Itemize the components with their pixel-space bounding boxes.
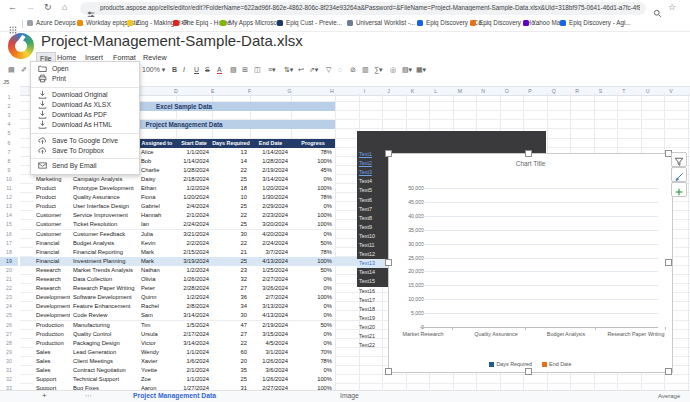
table-cell[interactable]: 3/20/2024 <box>250 220 291 229</box>
table-cell[interactable]: 22 <box>212 211 250 220</box>
wrap-text-icon[interactable]: ↩ <box>298 66 304 74</box>
sum-icon[interactable]: ∑▾ <box>374 66 383 74</box>
table-cell[interactable]: 4/13/2024 <box>250 311 291 320</box>
table-cell[interactable]: Data Collection <box>70 275 138 284</box>
table-cell[interactable]: Alice <box>138 148 176 157</box>
table-cell[interactable]: 2/2/2024 <box>176 239 212 248</box>
table-cell[interactable]: Sam <box>138 311 176 320</box>
table-cell[interactable]: 1/26/2024 <box>250 375 291 384</box>
column-header-V[interactable]: V <box>669 88 672 94</box>
table-cell[interactable]: 3/14/2024 <box>250 175 291 184</box>
row-header-20[interactable]: 20 <box>0 266 18 275</box>
table-cell[interactable]: Market Trends Analysis <box>70 266 138 275</box>
row-header-29[interactable]: 29 <box>0 348 18 357</box>
table-cell[interactable]: Bob <box>138 157 176 166</box>
row-header-10[interactable]: 10 <box>0 175 18 184</box>
table-cell[interactable]: 100% <box>291 257 335 266</box>
chart-selection-handle[interactable] <box>665 259 672 266</box>
table-cell[interactable]: Zoe <box>138 375 176 384</box>
table-cell[interactable]: Kevin <box>138 239 176 248</box>
table-cell[interactable]: Feature Enhancement <box>70 302 138 311</box>
bookmark-star-icon[interactable]: ☆ <box>668 2 676 12</box>
row-header-31[interactable]: 31 <box>0 366 18 375</box>
row-header-19[interactable]: 19 <box>0 257 18 266</box>
chart-selection-handle[interactable] <box>525 150 532 157</box>
table-cell[interactable]: Lead Generation <box>70 348 138 357</box>
table-cell[interactable]: 25 <box>212 257 250 266</box>
table-cell[interactable]: Production <box>33 321 70 330</box>
clear-icon[interactable]: ⊘ <box>350 66 356 74</box>
table-cell[interactable]: Support <box>33 375 70 384</box>
sheet-tab-2[interactable]: Image <box>340 392 359 399</box>
table-cell[interactable]: 3/14/2024 <box>176 339 212 348</box>
column-header-O[interactable]: O <box>505 88 509 94</box>
row-header-12[interactable]: 12 <box>0 193 18 202</box>
table-cell[interactable]: 0% <box>291 230 335 239</box>
table-cell[interactable]: 78% <box>291 357 335 366</box>
row-header-24[interactable]: 24 <box>0 302 18 311</box>
table-cell[interactable]: Financial <box>33 248 70 257</box>
chart-selection-handle[interactable] <box>525 368 532 375</box>
column-header-P[interactable]: P <box>528 88 531 94</box>
table-cell[interactable]: 2/1/2024 <box>176 211 212 220</box>
file-menu-item[interactable]: Save To Dropbox <box>31 146 139 156</box>
back-icon[interactable]: ← <box>8 2 17 12</box>
row-header-1[interactable]: 1 <box>0 93 18 102</box>
table-cell[interactable]: User Interface Design <box>70 202 138 211</box>
table-cell[interactable]: Research <box>33 284 70 293</box>
table-cell[interactable]: 2/23/2024 <box>250 211 291 220</box>
align-vertical-icon[interactable]: ⇅▾ <box>284 66 293 74</box>
table-cell[interactable]: 50% <box>291 239 335 248</box>
table-cell[interactable]: 3/6/2024 <box>250 366 291 375</box>
table-cell[interactable]: 14 <box>212 157 250 166</box>
name-box[interactable]: J5 <box>3 79 9 85</box>
chart-selection-handle[interactable] <box>665 368 672 375</box>
table-cell[interactable]: 20 <box>212 357 250 366</box>
column-header-Q[interactable]: Q <box>552 88 556 94</box>
table-cell[interactable]: Mark <box>138 248 176 257</box>
table-cell[interactable]: 1/26/2024 <box>176 275 212 284</box>
number-format-icon[interactable]: ◎ <box>390 66 396 74</box>
table-cell[interactable]: Ethan <box>138 184 176 193</box>
table-cell[interactable]: 1/2/2024 <box>176 293 212 302</box>
table-cell[interactable]: 1/14/2024 <box>176 157 212 166</box>
table-cell[interactable]: 3/15/2024 <box>250 330 291 339</box>
format-painter-icon[interactable]: ✐ <box>21 66 27 74</box>
forward-icon[interactable]: → <box>26 2 35 12</box>
table-cell[interactable]: 22 <box>212 339 250 348</box>
chart-title[interactable]: Chart Title <box>389 160 672 167</box>
table-cell[interactable]: 3/1/2024 <box>250 348 291 357</box>
file-menu-item[interactable]: Open <box>31 64 139 74</box>
table-cell[interactable]: Financial <box>33 239 70 248</box>
zoom-select[interactable]: 100% ▾ <box>142 66 165 74</box>
strikethrough-button[interactable]: S <box>205 66 210 73</box>
table-cell[interactable]: 0% <box>291 202 335 211</box>
table-cell[interactable]: Sales <box>33 348 70 357</box>
file-menu-item[interactable]: Save To Google Drive <box>31 136 139 146</box>
column-header-T[interactable]: T <box>622 88 625 94</box>
table-cell[interactable]: 2/4/2024 <box>176 202 212 211</box>
row-header-28[interactable]: 28 <box>0 339 18 348</box>
table-cell[interactable]: 2/28/2024 <box>176 284 212 293</box>
table-cell[interactable]: 0% <box>291 302 335 311</box>
table-cell[interactable]: Research <box>33 266 70 275</box>
table-cell[interactable]: 2/15/2024 <box>176 248 212 257</box>
table-cell[interactable]: 4/13/2024 <box>250 257 291 266</box>
row-header-30[interactable]: 30 <box>0 357 18 366</box>
row-header-22[interactable]: 22 <box>0 284 18 293</box>
table-cell[interactable]: Production <box>33 339 70 348</box>
table-cell[interactable]: 1/2/2024 <box>176 266 212 275</box>
table-cell[interactable]: 32 <box>212 275 250 284</box>
fill-color-icon[interactable]: ▨ <box>230 66 237 74</box>
table-cell[interactable]: Quality Assurance <box>70 193 138 202</box>
row-header-16[interactable]: 16 <box>0 230 18 239</box>
table-cell[interactable]: 0% <box>291 284 335 293</box>
table-cell[interactable]: 1/1/2024 <box>176 148 212 157</box>
table-cell[interactable]: 2/7/2024 <box>250 293 291 302</box>
row-header-9[interactable]: 9 <box>0 166 18 175</box>
row-header-15[interactable]: 15 <box>0 220 18 229</box>
table-cell[interactable]: Olivia <box>138 275 176 284</box>
table-cell[interactable]: 50% <box>291 321 335 330</box>
table-cell[interactable]: Marketing <box>33 175 70 184</box>
table-cell[interactable]: 3/7/2024 <box>250 248 291 257</box>
